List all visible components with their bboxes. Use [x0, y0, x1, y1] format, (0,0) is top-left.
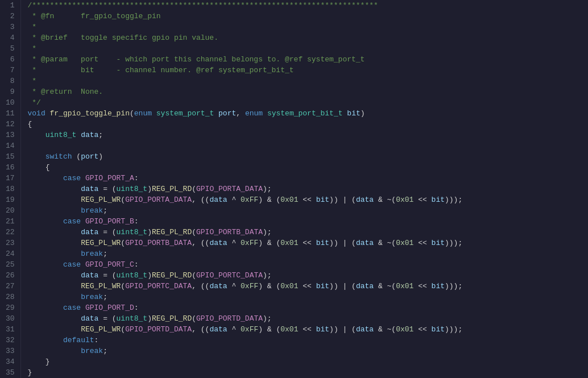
table-row: 24 break; [0, 248, 588, 259]
line-code: data = (uint8_t)REG_PL_RD(GPIO_PORTA_DAT… [20, 184, 588, 194]
line-code: } [20, 356, 588, 367]
line-code: data = (uint8_t)REG_PL_RD(GPIO_PORTC_DAT… [20, 270, 588, 281]
line-number: 24 [0, 248, 20, 259]
table-row: 30 data = (uint8_t)REG_PL_RD(GPIO_PORTD_… [0, 313, 588, 324]
table-row: 23 REG_PL_WR(GPIO_PORTB_DATA, ((data ^ 0… [0, 238, 588, 248]
line-number: 4 [0, 32, 20, 43]
table-row: 4 * @brief toggle specific gpio pin valu… [0, 32, 588, 43]
code-container: 1/**************************************… [0, 0, 588, 378]
line-number: 13 [0, 130, 20, 140]
line-code: case GPIO_PORT_A: [20, 173, 588, 184]
line-code: case GPIO_PORT_D: [20, 302, 588, 313]
line-number: 15 [0, 151, 20, 162]
table-row: 16 { [0, 162, 588, 173]
table-row: 7 * bit - channel number. @ref system_po… [0, 65, 588, 76]
line-number: 32 [0, 335, 20, 346]
line-code: data = (uint8_t)REG_PL_RD(GPIO_PORTB_DAT… [20, 227, 588, 238]
line-code: { [20, 162, 588, 173]
table-row: 33 break; [0, 346, 588, 356]
line-code: REG_PL_WR(GPIO_PORTD_DATA, ((data ^ 0xFF… [20, 324, 588, 335]
line-code: * [20, 76, 588, 86]
line-code: break; [20, 205, 588, 216]
table-row: 9 * @return None. [0, 86, 588, 97]
line-code: * [20, 22, 588, 32]
line-code: * [20, 43, 588, 54]
line-number: 17 [0, 173, 20, 184]
line-number: 12 [0, 119, 20, 130]
code-table: 1/**************************************… [0, 0, 588, 378]
table-row: 5 * [0, 43, 588, 54]
line-code: REG_PL_WR(GPIO_PORTC_DATA, ((data ^ 0xFF… [20, 281, 588, 292]
table-row: 18 data = (uint8_t)REG_PL_RD(GPIO_PORTA_… [0, 184, 588, 194]
table-row: 17 case GPIO_PORT_A: [0, 173, 588, 184]
line-code: break; [20, 346, 588, 356]
line-number: 1 [0, 0, 20, 11]
table-row: 8 * [0, 76, 588, 86]
line-number: 22 [0, 227, 20, 238]
table-row: 19 REG_PL_WR(GPIO_PORTA_DATA, ((data ^ 0… [0, 194, 588, 205]
table-row: 13 uint8_t data; [0, 130, 588, 140]
line-number: 3 [0, 22, 20, 32]
line-number: 26 [0, 270, 20, 281]
table-row: 28 break; [0, 292, 588, 302]
table-row: 1/**************************************… [0, 0, 588, 11]
line-number: 8 [0, 76, 20, 86]
line-number: 11 [0, 108, 20, 119]
line-code: void fr_gpio_toggle_pin(enum system_port… [20, 108, 588, 119]
line-number: 35 [0, 367, 20, 378]
line-number: 18 [0, 184, 20, 194]
line-code: default: [20, 335, 588, 346]
line-number: 29 [0, 302, 20, 313]
line-number: 34 [0, 356, 20, 367]
line-code: /***************************************… [20, 0, 588, 11]
table-row: 21 case GPIO_PORT_B: [0, 216, 588, 227]
line-number: 28 [0, 292, 20, 302]
line-number: 9 [0, 86, 20, 97]
line-number: 20 [0, 205, 20, 216]
line-code: break; [20, 292, 588, 302]
line-number: 7 [0, 65, 20, 76]
table-row: 2 * @fn fr_gpio_toggle_pin [0, 11, 588, 22]
line-number: 14 [0, 140, 20, 151]
table-row: 35} [0, 367, 588, 378]
line-code: switch (port) [20, 151, 588, 162]
line-code [20, 140, 588, 151]
line-code: break; [20, 248, 588, 259]
line-code: * bit - channel number. @ref system_port… [20, 65, 588, 76]
line-number: 30 [0, 313, 20, 324]
line-number: 19 [0, 194, 20, 205]
line-number: 6 [0, 54, 20, 65]
line-number: 27 [0, 281, 20, 292]
line-code: { [20, 119, 588, 130]
table-row: 20 break; [0, 205, 588, 216]
line-number: 10 [0, 97, 20, 108]
table-row: 6 * @param port - which port this channe… [0, 54, 588, 65]
table-row: 25 case GPIO_PORT_C: [0, 259, 588, 270]
line-number: 25 [0, 259, 20, 270]
table-row: 27 REG_PL_WR(GPIO_PORTC_DATA, ((data ^ 0… [0, 281, 588, 292]
table-row: 29 case GPIO_PORT_D: [0, 302, 588, 313]
line-code: case GPIO_PORT_B: [20, 216, 588, 227]
table-row: 12{ [0, 119, 588, 130]
table-row: 14 [0, 140, 588, 151]
line-number: 33 [0, 346, 20, 356]
line-code: */ [20, 97, 588, 108]
line-code: * @fn fr_gpio_toggle_pin [20, 11, 588, 22]
table-row: 3 * [0, 22, 588, 32]
line-code: case GPIO_PORT_C: [20, 259, 588, 270]
line-code: * @param port - which port this channel … [20, 54, 588, 65]
table-row: 15 switch (port) [0, 151, 588, 162]
line-number: 16 [0, 162, 20, 173]
line-code: * @return None. [20, 86, 588, 97]
line-number: 31 [0, 324, 20, 335]
line-code: } [20, 367, 588, 378]
table-row: 10 */ [0, 97, 588, 108]
table-row: 11void fr_gpio_toggle_pin(enum system_po… [0, 108, 588, 119]
table-row: 34 } [0, 356, 588, 367]
line-number: 5 [0, 43, 20, 54]
table-row: 32 default: [0, 335, 588, 346]
line-number: 2 [0, 11, 20, 22]
line-number: 21 [0, 216, 20, 227]
table-row: 26 data = (uint8_t)REG_PL_RD(GPIO_PORTC_… [0, 270, 588, 281]
line-code: data = (uint8_t)REG_PL_RD(GPIO_PORTD_DAT… [20, 313, 588, 324]
